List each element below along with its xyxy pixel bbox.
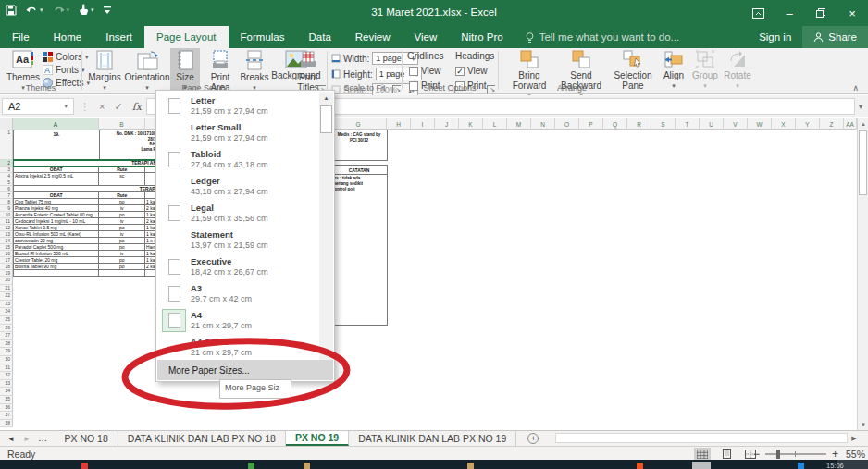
paper-size-item-statement[interactable]: Statement13,97 cm x 21,59 cm — [156, 227, 321, 253]
column-header-AA[interactable]: AA — [844, 118, 857, 130]
dropdown-scroll-up-icon[interactable]: ▲ — [319, 92, 333, 105]
column-header-R[interactable]: R — [627, 118, 651, 130]
ribbon-tab-insert[interactable]: Insert — [93, 26, 144, 48]
dropdown-scroll-down-icon[interactable]: ▼ — [319, 347, 333, 360]
taskbar-app-icon[interactable] — [81, 463, 88, 469]
paper-size-item-ledger[interactable]: Ledger43,18 cm x 27,94 cm — [156, 173, 321, 200]
column-header-Z[interactable]: Z — [820, 118, 844, 130]
column-header-L[interactable]: L — [483, 118, 507, 130]
ribbon-tab-data[interactable]: Data — [297, 26, 343, 48]
sheet-tab-px-no-19[interactable]: PX NO 19 — [286, 431, 349, 446]
select-all-corner[interactable] — [0, 118, 13, 130]
row-header-26[interactable]: 26 — [0, 325, 13, 333]
ribbon-tab-formulas[interactable]: Formulas — [229, 26, 297, 48]
paper-size-item-a4[interactable]: A421 cm x 29,7 cm — [156, 307, 321, 334]
zoom-in-icon[interactable]: + — [832, 448, 838, 461]
row-header-10[interactable]: 10 — [0, 212, 13, 218]
normal-view-button[interactable] — [694, 448, 711, 460]
margins-button[interactable]: Margins▾ — [85, 48, 124, 93]
new-sheet-button[interactable]: + — [516, 431, 550, 446]
next-sheet-icon[interactable]: ► — [23, 435, 31, 443]
scroll-down-icon[interactable]: ▼ — [858, 419, 868, 430]
row-header-11[interactable]: 11 — [0, 218, 13, 225]
headings-view-checkbox[interactable]: ✓ View — [455, 66, 488, 76]
column-header-Y[interactable]: Y — [796, 118, 820, 130]
ribbon-tab-view[interactable]: View — [403, 26, 450, 48]
row-header-8[interactable]: 8 — [0, 199, 13, 205]
taskbar-app-icon[interactable] — [248, 463, 254, 469]
paper-size-item-legal[interactable]: Legal21,59 cm x 35,56 cm — [156, 200, 321, 227]
file-tab[interactable]: File — [0, 26, 42, 48]
paper-size-item-executive[interactable]: Executive18,42 cm x 26,67 cm — [156, 253, 321, 280]
row-header-23[interactable]: 23 — [0, 301, 13, 309]
column-header-V[interactable]: V — [724, 118, 748, 130]
zoom-level[interactable]: 55% — [846, 449, 865, 460]
row-header-25[interactable]: 25 — [0, 316, 13, 325]
row-header-17[interactable]: 17 — [0, 257, 13, 264]
row-header-14[interactable]: 14 — [0, 238, 13, 244]
dropdown-scroll-thumb[interactable] — [320, 105, 332, 133]
taskbar-app-icon[interactable] — [304, 463, 310, 469]
row-header-24[interactable]: 24 — [0, 308, 13, 316]
paper-size-item-letter-small[interactable]: Letter Small21,59 cm x 27,94 cm — [156, 119, 321, 146]
sheet-list-icon[interactable]: ... — [39, 435, 48, 443]
row-header-21[interactable]: 21 — [0, 285, 13, 293]
collapse-ribbon-icon[interactable]: ∧ — [852, 83, 859, 93]
scroll-right-icon[interactable]: ▶ — [848, 435, 861, 442]
selection-pane-button[interactable]: Selection Pane — [609, 48, 657, 91]
column-header-K[interactable]: K — [459, 118, 483, 130]
column-header-O[interactable]: O — [555, 118, 579, 130]
fonts-button[interactable]: A Fonts▾ — [43, 65, 85, 75]
zoom-slider[interactable] — [765, 453, 826, 455]
name-box[interactable]: A2 ▾ — [2, 98, 74, 115]
dropdown-scrollbar[interactable]: ▲ ▼ — [319, 92, 333, 360]
taskbar-app-icon[interactable] — [692, 462, 711, 469]
column-header-U[interactable]: U — [700, 118, 724, 130]
taskbar-app-icon[interactable] — [637, 463, 643, 469]
zoom-out-icon[interactable]: − — [753, 448, 760, 461]
ribbon-display-options-button[interactable] — [742, 0, 774, 26]
column-header-P[interactable]: P — [579, 118, 603, 130]
insert-function-icon[interactable]: fx — [132, 101, 142, 113]
rotate-button[interactable]: Rotate▾ — [722, 48, 753, 91]
column-header-I[interactable]: I — [411, 118, 435, 130]
send-backward-button[interactable]: Send Backward▾ — [555, 48, 607, 101]
minimize-button[interactable]: – — [774, 0, 805, 26]
column-header-W[interactable]: W — [748, 118, 772, 130]
row-header-13[interactable]: 13 — [0, 231, 13, 238]
row-header-15[interactable]: 15 — [0, 244, 13, 251]
horizontal-scroll-thumb[interactable] — [555, 433, 848, 443]
scale-to-fit-dialog-launcher[interactable]: ↘ — [392, 85, 401, 93]
row-header-1[interactable]: 1 — [0, 130, 13, 160]
more-paper-sizes-item[interactable]: More Paper Sizes... — [157, 360, 333, 380]
sheet-tab-px-no-18[interactable]: PX NO 18 — [56, 431, 118, 446]
scroll-up-icon[interactable]: ▲ — [858, 118, 868, 130]
column-header-G[interactable]: G — [330, 118, 387, 130]
paper-size-item-letter[interactable]: Letter21,59 cm x 27,94 cm — [156, 93, 321, 119]
ribbon-tab-review[interactable]: Review — [343, 26, 403, 48]
row-header-27[interactable]: 27 — [0, 332, 13, 340]
row-header-33[interactable]: 33 — [0, 380, 13, 389]
cancel-icon[interactable]: × — [99, 101, 105, 112]
column-header-M[interactable]: M — [507, 118, 531, 130]
row-header-19[interactable]: 19 — [0, 270, 13, 277]
row-header-20[interactable]: 20 — [0, 277, 13, 285]
restore-button[interactable] — [805, 0, 837, 26]
column-header-B[interactable]: B — [99, 118, 145, 130]
enter-icon[interactable]: ✓ — [114, 101, 122, 113]
close-button[interactable]: × — [837, 0, 868, 26]
column-header-J[interactable]: J — [435, 118, 459, 130]
breaks-button[interactable]: Breaks▾ — [239, 48, 270, 93]
row-header-37[interactable]: 37 — [0, 412, 13, 420]
row-header-31[interactable]: 31 — [0, 364, 13, 373]
taskbar-app-icon[interactable] — [467, 463, 474, 469]
vertical-scrollbar[interactable]: ▲ ▼ — [857, 118, 868, 430]
row-header-9[interactable]: 9 — [0, 205, 13, 212]
row-header-30[interactable]: 30 — [0, 356, 13, 364]
row-header-36[interactable]: 36 — [0, 404, 13, 413]
row-header-38[interactable]: 38 — [0, 420, 13, 428]
ribbon-tab-nitro-pro[interactable]: Nitro Pro — [449, 26, 515, 48]
row-header-2[interactable]: 2 — [0, 160, 13, 167]
row-header-3[interactable]: 3 — [0, 167, 13, 173]
row-header-18[interactable]: 18 — [0, 264, 13, 270]
